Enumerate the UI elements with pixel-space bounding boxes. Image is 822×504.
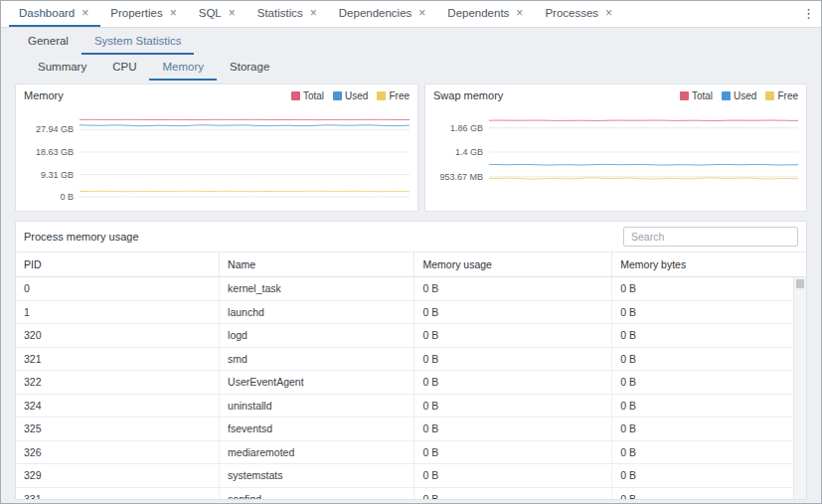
table-rows: 0kernel_task0 B0 B1launchd0 B0 B320logd0… bbox=[16, 277, 806, 499]
tab-sql[interactable]: SQL× bbox=[189, 1, 247, 27]
tab-properties[interactable]: Properties× bbox=[100, 1, 188, 27]
close-icon[interactable]: × bbox=[82, 7, 88, 19]
legend-item-free: Free bbox=[765, 90, 798, 101]
chart-title: Memory bbox=[24, 89, 64, 101]
table-cell: uninstalld bbox=[220, 395, 414, 418]
tab-system-statistics[interactable]: System Statistics bbox=[82, 28, 195, 55]
table-cell: 0 B bbox=[612, 441, 806, 464]
legend-item-used: Used bbox=[333, 90, 368, 101]
tab-dashboard[interactable]: Dashboard× bbox=[9, 1, 100, 27]
table-cell: smd bbox=[220, 348, 414, 371]
close-icon[interactable]: × bbox=[229, 7, 236, 19]
free-swatch-icon bbox=[377, 91, 386, 100]
svg-text:953.67 MB: 953.67 MB bbox=[439, 172, 483, 182]
swap-chart-panel: Swap memory TotalUsedFree 1.86 GB1.4 GB9… bbox=[424, 84, 807, 212]
table-cell: 325 bbox=[16, 418, 220, 440]
legend-item-free: Free bbox=[377, 90, 410, 101]
close-icon[interactable]: × bbox=[170, 7, 177, 19]
table-cell: 322 bbox=[16, 371, 220, 394]
tab-label: Dependencies bbox=[339, 7, 412, 19]
table-row[interactable]: 324uninstalld0 B0 B bbox=[16, 395, 806, 419]
tab-dependents[interactable]: Dependents× bbox=[437, 1, 535, 27]
table-row[interactable]: 321smd0 B0 B bbox=[16, 348, 806, 372]
stat-tab-bar: SummaryCPUMemoryStorage bbox=[1, 55, 821, 81]
table-cell: 324 bbox=[16, 395, 220, 418]
table-cell: 0 B bbox=[612, 488, 806, 500]
chart-header: Swap memory TotalUsedFree bbox=[425, 84, 806, 101]
table-cell: launchd bbox=[220, 301, 414, 324]
svg-text:18.63 GB: 18.63 GB bbox=[36, 147, 74, 157]
subtab-bar: GeneralSystem Statistics bbox=[1, 28, 821, 55]
column-header-name[interactable]: Name bbox=[220, 252, 414, 276]
charts-row: Memory TotalUsedFree 27.94 GB18.63 GB9.3… bbox=[15, 84, 807, 212]
close-icon[interactable]: × bbox=[418, 7, 425, 19]
table-cell: 0 B bbox=[414, 324, 612, 347]
tab-label: Processes bbox=[545, 7, 598, 19]
svg-text:9.31 GB: 9.31 GB bbox=[41, 170, 74, 180]
chart-legend: TotalUsedFree bbox=[680, 90, 798, 101]
table-row[interactable]: 322UserEventAgent0 B0 B bbox=[16, 371, 806, 395]
table-cell: 0 B bbox=[612, 418, 806, 440]
tab-general[interactable]: General bbox=[15, 28, 82, 55]
kebab-menu-icon[interactable]: ⋮ bbox=[802, 6, 815, 21]
table-row[interactable]: 1launchd0 B0 B bbox=[16, 301, 806, 325]
column-header-memory-bytes[interactable]: Memory bytes bbox=[612, 252, 806, 276]
table-cell: 0 B bbox=[414, 348, 612, 371]
table-cell: 0 B bbox=[612, 277, 806, 300]
total-swatch-icon bbox=[680, 91, 689, 100]
memory-chart-panel: Memory TotalUsedFree 27.94 GB18.63 GB9.3… bbox=[15, 84, 418, 212]
table-cell: fseventsd bbox=[220, 418, 414, 440]
table-cell: systemstats bbox=[220, 464, 414, 487]
table-row[interactable]: 320logd0 B0 B bbox=[16, 324, 806, 348]
table-row[interactable]: 331configd0 B0 B bbox=[16, 488, 806, 500]
legend-label: Free bbox=[777, 90, 798, 101]
tab-statistics[interactable]: Statistics× bbox=[247, 1, 329, 27]
table-row[interactable]: 329systemstats0 B0 B bbox=[16, 464, 806, 488]
table-cell: 0 B bbox=[612, 301, 806, 324]
table-cell: 331 bbox=[16, 488, 220, 500]
tab-memory[interactable]: Memory bbox=[149, 55, 217, 81]
table-row[interactable]: 326mediaremoted0 B0 B bbox=[16, 441, 806, 465]
svg-text:1.86 GB: 1.86 GB bbox=[450, 123, 483, 133]
chart-title: Swap memory bbox=[433, 89, 503, 101]
close-icon[interactable]: × bbox=[605, 7, 612, 19]
table-row[interactable]: 325fseventsd0 B0 B bbox=[16, 418, 806, 441]
svg-text:1.4 GB: 1.4 GB bbox=[455, 147, 483, 157]
tab-processes[interactable]: Processes× bbox=[535, 1, 624, 27]
legend-label: Total bbox=[692, 90, 713, 101]
table-cell: 1 bbox=[16, 301, 220, 324]
table-cell: 0 B bbox=[414, 277, 612, 300]
close-icon[interactable]: × bbox=[516, 7, 523, 19]
column-header-pid[interactable]: PID bbox=[16, 252, 220, 276]
column-header-memory-usage[interactable]: Memory usage bbox=[414, 252, 612, 276]
tab-label: SQL bbox=[199, 7, 222, 19]
table-cell: 0 B bbox=[414, 418, 612, 440]
tab-bar: Dashboard×Properties×SQL×Statistics×Depe… bbox=[1, 1, 821, 28]
used-swatch-icon bbox=[333, 91, 342, 100]
search-input[interactable] bbox=[623, 227, 798, 247]
table-row[interactable]: 0kernel_task0 B0 B bbox=[16, 277, 806, 301]
tab-cpu[interactable]: CPU bbox=[99, 55, 149, 81]
table-body: 0kernel_task0 B0 B1launchd0 B0 B320logd0… bbox=[16, 277, 806, 499]
table-cell: 0 B bbox=[414, 301, 612, 324]
close-icon[interactable]: × bbox=[310, 7, 317, 19]
tab-dependencies[interactable]: Dependencies× bbox=[329, 1, 438, 27]
total-swatch-icon bbox=[291, 91, 300, 100]
scrollbar-thumb[interactable] bbox=[796, 279, 804, 288]
table-cell: 0 B bbox=[414, 488, 612, 500]
table-cell: 0 B bbox=[612, 324, 806, 347]
tab-storage[interactable]: Storage bbox=[217, 55, 282, 81]
table-cell: 321 bbox=[16, 348, 220, 371]
vertical-scrollbar[interactable] bbox=[793, 277, 806, 499]
table-cell: 0 B bbox=[414, 371, 612, 394]
swap-chart: 1.86 GB1.4 GB953.67 MB bbox=[425, 103, 806, 205]
tab-summary[interactable]: Summary bbox=[25, 55, 99, 81]
table-cell: 326 bbox=[16, 441, 220, 464]
legend-label: Free bbox=[389, 90, 410, 101]
used-swatch-icon bbox=[722, 91, 731, 100]
chart-legend: TotalUsedFree bbox=[291, 90, 410, 101]
table-cell: 0 B bbox=[414, 441, 612, 464]
legend-item-total: Total bbox=[291, 90, 324, 101]
table-cell: 320 bbox=[16, 324, 220, 347]
legend-item-used: Used bbox=[722, 90, 756, 101]
